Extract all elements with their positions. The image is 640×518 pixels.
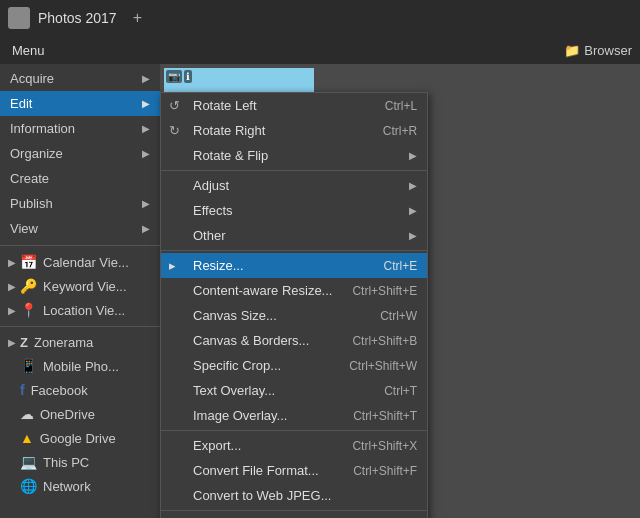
- menu-item-text-overlay[interactable]: Text Overlay... Ctrl+T: [161, 378, 427, 403]
- menu-item-specific-crop[interactable]: Specific Crop... Ctrl+Shift+W: [161, 353, 427, 378]
- canvas-borders-label: Canvas & Borders...: [193, 333, 309, 348]
- publish-label: Publish: [10, 196, 53, 211]
- menu-item-adjust[interactable]: Adjust ▶: [161, 173, 427, 198]
- menu-item-effects[interactable]: Effects ▶: [161, 198, 427, 223]
- sidebar-sep2: [0, 326, 160, 327]
- view-label: View: [10, 221, 38, 236]
- top-menu-section: Acquire ▶ Edit ▶ Information ▶ Organize …: [0, 64, 160, 243]
- sidebar-item-facebook[interactable]: ▶ f Facebook: [0, 378, 160, 402]
- network-label: Network: [43, 479, 91, 494]
- app-icon: [8, 7, 30, 29]
- menu-item-rotate-right[interactable]: ↻ Rotate Right Ctrl+R: [161, 118, 427, 143]
- sidebar-item-calendar[interactable]: ▶ 📅 Calendar Vie...: [0, 250, 160, 274]
- mobile-icon: 📱: [20, 358, 37, 374]
- effects-arrow: ▶: [409, 205, 417, 216]
- menu-item-rotate-left[interactable]: ↺ Rotate Left Ctrl+L: [161, 93, 427, 118]
- thispc-icon: 💻: [20, 454, 37, 470]
- sidebar-item-edit[interactable]: Edit ▶: [0, 91, 160, 116]
- onedrive-icon: ☁: [20, 406, 34, 422]
- menu-item-other[interactable]: Other ▶: [161, 223, 427, 248]
- location-icon: 📍: [20, 302, 37, 318]
- text-overlay-shortcut: Ctrl+T: [364, 384, 417, 398]
- menu-item-convert-file-format[interactable]: Convert File Format... Ctrl+Shift+F: [161, 458, 427, 483]
- sidebar-item-zonerama[interactable]: ▶ Z Zonerama: [0, 331, 160, 354]
- organize-arrow: ▶: [142, 148, 150, 159]
- rotate-right-icon: ↻: [169, 123, 180, 138]
- effects-label: Effects: [193, 203, 233, 218]
- sidebar-item-location[interactable]: ▶ 📍 Location Vie...: [0, 298, 160, 322]
- sidebar-item-mobile[interactable]: ▶ 📱 Mobile Pho...: [0, 354, 160, 378]
- export-shortcut: Ctrl+Shift+X: [332, 439, 417, 453]
- sidebar-sep1: [0, 245, 160, 246]
- view-arrow: ▶: [142, 223, 150, 234]
- edit-arrow: ▶: [142, 98, 150, 109]
- sidebar-item-create[interactable]: Create: [0, 166, 160, 191]
- browser-label: 📁 Browser: [564, 43, 632, 58]
- menu-button[interactable]: Menu: [6, 41, 51, 60]
- app-title: Photos 2017: [38, 10, 117, 26]
- menu-item-canvas-borders[interactable]: Canvas & Borders... Ctrl+Shift+B: [161, 328, 427, 353]
- rotate-left-shortcut: Ctrl+L: [365, 99, 417, 113]
- facebook-icon: f: [20, 382, 25, 398]
- facebook-label: Facebook: [31, 383, 88, 398]
- camera-icon-1: 📷: [166, 70, 182, 83]
- sidebar-item-thispc[interactable]: ▶ 💻 This PC: [0, 450, 160, 474]
- title-bar: Photos 2017 +: [0, 0, 640, 36]
- create-label: Create: [10, 171, 49, 186]
- sidebar-item-onedrive[interactable]: ▶ ☁ OneDrive: [0, 402, 160, 426]
- image-overlay-shortcut: Ctrl+Shift+T: [333, 409, 417, 423]
- sidebar-item-organize[interactable]: Organize ▶: [0, 141, 160, 166]
- sidebar-item-acquire[interactable]: Acquire ▶: [0, 66, 160, 91]
- rotate-flip-arrow: ▶: [409, 150, 417, 161]
- menu-item-resize[interactable]: ▸ Resize... Ctrl+E: [161, 253, 427, 278]
- group-section: ▶ Z Zonerama ▶ 📱 Mobile Pho... ▶ f Faceb…: [0, 329, 160, 500]
- browser-text: Browser: [584, 43, 632, 58]
- edit-dropdown: ↺ Rotate Left Ctrl+L ↻ Rotate Right Ctrl…: [160, 92, 428, 518]
- publish-arrow: ▶: [142, 198, 150, 209]
- zonerama-expand: ▶: [8, 337, 16, 348]
- keyword-icon: 🔑: [20, 278, 37, 294]
- calendar-icon: 📅: [20, 254, 37, 270]
- content-aware-resize-shortcut: Ctrl+Shift+E: [332, 284, 417, 298]
- sidebar-item-googledrive[interactable]: ▶ ▲ Google Drive: [0, 426, 160, 450]
- sidebar-item-keyword[interactable]: ▶ 🔑 Keyword Vie...: [0, 274, 160, 298]
- sep4: [161, 510, 427, 511]
- sidebar-item-view[interactable]: View ▶: [0, 216, 160, 241]
- browser-bar: 📁 Browser: [160, 36, 640, 64]
- other-arrow: ▶: [409, 230, 417, 241]
- information-label: Information: [10, 121, 75, 136]
- new-tab-button[interactable]: +: [133, 9, 142, 27]
- text-overlay-label: Text Overlay...: [193, 383, 275, 398]
- menu-item-convert-web-jpeg[interactable]: Convert to Web JPEG...: [161, 483, 427, 508]
- zonerama-label: Zonerama: [34, 335, 93, 350]
- network-icon: 🌐: [20, 478, 37, 494]
- menu-item-image-overlay[interactable]: Image Overlay... Ctrl+Shift+T: [161, 403, 427, 428]
- sidebar-item-network[interactable]: ▶ 🌐 Network: [0, 474, 160, 498]
- convert-web-jpeg-label: Convert to Web JPEG...: [193, 488, 331, 503]
- menu-item-rotate-flip[interactable]: Rotate & Flip ▶: [161, 143, 427, 168]
- location-label: Location Vie...: [43, 303, 125, 318]
- convert-file-format-shortcut: Ctrl+Shift+F: [333, 464, 417, 478]
- acquire-arrow: ▶: [142, 73, 150, 84]
- content-aware-resize-label: Content-aware Resize...: [193, 283, 332, 298]
- other-label: Other: [193, 228, 226, 243]
- menu-item-export[interactable]: Export... Ctrl+Shift+X: [161, 433, 427, 458]
- menu-item-batch-filter[interactable]: Batch Filter... Ctrl+Q: [161, 513, 427, 518]
- zonerama-icon: Z: [20, 335, 28, 350]
- sep2: [161, 250, 427, 251]
- information-arrow: ▶: [142, 123, 150, 134]
- keyword-label: Keyword Vie...: [43, 279, 127, 294]
- canvas-size-label: Canvas Size...: [193, 308, 277, 323]
- browser-folder-icon: 📁: [564, 43, 580, 58]
- menu-item-canvas-size[interactable]: Canvas Size... Ctrl+W: [161, 303, 427, 328]
- resize-shortcut: Ctrl+E: [363, 259, 417, 273]
- thispc-label: This PC: [43, 455, 89, 470]
- googledrive-label: Google Drive: [40, 431, 116, 446]
- organize-label: Organize: [10, 146, 63, 161]
- rotate-right-shortcut: Ctrl+R: [363, 124, 417, 138]
- sidebar-item-information[interactable]: Information ▶: [0, 116, 160, 141]
- sidebar-item-publish[interactable]: Publish ▶: [0, 191, 160, 216]
- specific-crop-label: Specific Crop...: [193, 358, 281, 373]
- rotate-flip-label: Rotate & Flip: [193, 148, 268, 163]
- menu-item-content-aware-resize[interactable]: Content-aware Resize... Ctrl+Shift+E: [161, 278, 427, 303]
